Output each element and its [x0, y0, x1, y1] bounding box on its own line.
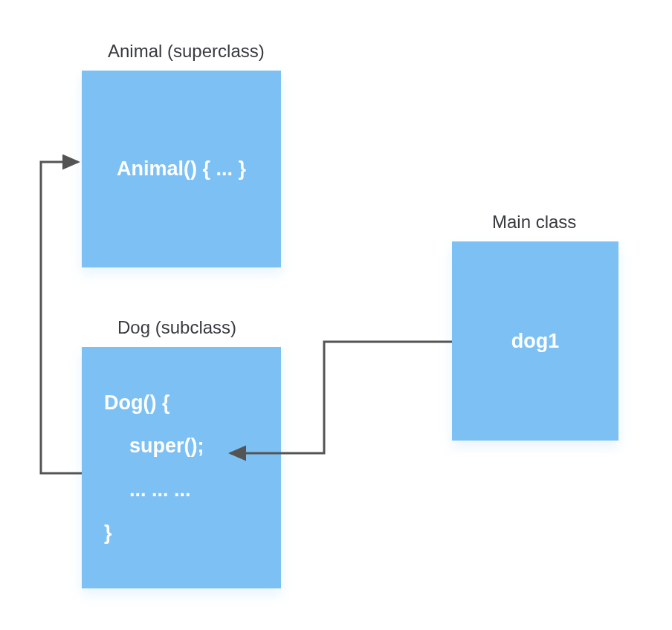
arrow-dog-to-animal [41, 162, 82, 473]
dog-box: Dog() { super(); ... ... ... } [82, 347, 281, 588]
main-box: dog1 [452, 241, 618, 441]
animal-title: Animal (superclass) [108, 41, 265, 62]
main-content-text: dog1 [511, 330, 560, 353]
main-title: Main class [492, 212, 576, 233]
diagram-canvas: Animal (superclass) Animal() { ... } Dog… [0, 0, 672, 630]
animal-box: Animal() { ... } [82, 71, 281, 267]
animal-constructor-text: Animal() { ... } [117, 158, 246, 181]
dog-line-ellipsis: ... ... ... [104, 476, 262, 503]
dog-line-close: } [104, 519, 262, 546]
dog-line-open: Dog() { [104, 389, 262, 416]
dog-title: Dog (subclass) [117, 317, 236, 338]
dog-line-super: super(); [104, 432, 262, 459]
